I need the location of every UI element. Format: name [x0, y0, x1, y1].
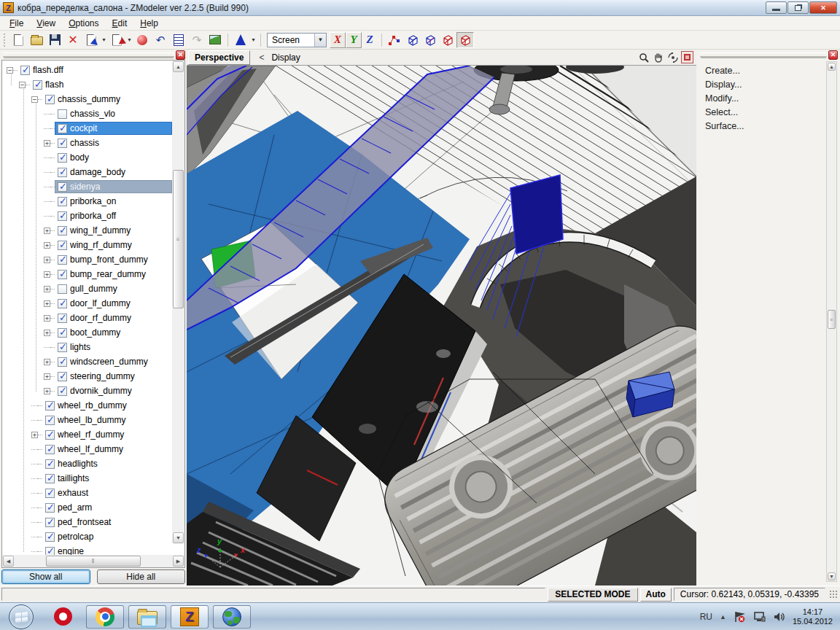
- tree-item-ped_arm[interactable]: ped_arm: [42, 501, 172, 514]
- tree-item-door_rf_dummy[interactable]: door_rf_dummy: [55, 311, 172, 324]
- menu-file[interactable]: File: [3, 17, 30, 30]
- visibility-checkbox[interactable]: [58, 284, 67, 294]
- command-modify[interactable]: Modify...: [704, 92, 791, 106]
- display-tab[interactable]: Display: [271, 52, 300, 63]
- visibility-checkbox[interactable]: [45, 445, 55, 454]
- export-dropdown-icon[interactable]: ▾: [101, 32, 107, 48]
- objects-cube-icon[interactable]: [456, 32, 474, 48]
- expand-icon[interactable]: +: [44, 228, 50, 234]
- visibility-checkbox[interactable]: [33, 80, 42, 90]
- visibility-checkbox[interactable]: [58, 124, 67, 133]
- save-file-icon[interactable]: [46, 32, 63, 48]
- tree-item-taillights[interactable]: taillights: [42, 472, 172, 485]
- tree-item-wheel_rb_dummy[interactable]: wheel_rb_dummy: [42, 399, 172, 412]
- log-icon[interactable]: [170, 32, 187, 48]
- tree-item-flash.dff[interactable]: flash.dff: [18, 63, 172, 77]
- show-all-button[interactable]: Show all: [1, 569, 90, 584]
- tree-item-bump_rear_dummy[interactable]: bump_rear_dummy: [55, 268, 172, 281]
- visibility-checkbox[interactable]: [58, 255, 67, 265]
- pan-hand-icon[interactable]: [652, 51, 664, 63]
- command-surface[interactable]: Surface...: [704, 120, 791, 133]
- expand-icon[interactable]: +: [44, 315, 50, 322]
- tree-item-headlights[interactable]: headlights: [42, 457, 172, 470]
- visibility-checkbox[interactable]: [45, 532, 55, 542]
- tree-item-steering_dummy[interactable]: steering_dummy: [55, 370, 172, 383]
- visibility-checkbox[interactable]: [45, 474, 55, 483]
- visibility-checkbox[interactable]: [58, 182, 67, 192]
- tree-item-wing_rf_dummy[interactable]: wing_rf_dummy: [55, 238, 172, 252]
- auto-mode-button[interactable]: Auto: [640, 588, 672, 602]
- hide-all-button[interactable]: Hide all: [97, 569, 186, 584]
- tree-item-wing_lf_dummy[interactable]: wing_lf_dummy: [55, 224, 172, 237]
- scroll-right-icon[interactable]: ▶: [173, 556, 184, 567]
- visibility-checkbox[interactable]: [58, 109, 67, 119]
- visibility-checkbox[interactable]: [58, 226, 67, 236]
- vertices-cube-icon[interactable]: [421, 32, 439, 48]
- tree-item-flash[interactable]: flash: [30, 78, 172, 91]
- expand-icon[interactable]: +: [44, 330, 50, 336]
- tree-item-dvornik_dummy[interactable]: dvornik_dummy: [55, 384, 172, 397]
- volume-icon[interactable]: [773, 611, 785, 622]
- command-display[interactable]: Display...: [704, 78, 791, 92]
- tree-panel-close-icon[interactable]: ✕: [176, 50, 185, 60]
- chevron-down-icon[interactable]: ▼: [314, 34, 326, 47]
- scroll-down-icon[interactable]: ▼: [173, 532, 184, 543]
- visibility-checkbox[interactable]: [58, 153, 67, 163]
- visibility-checkbox[interactable]: [58, 197, 67, 206]
- commands-panel-close-icon[interactable]: ✕: [828, 50, 838, 60]
- action-center-flag-icon[interactable]: [734, 611, 746, 622]
- scroll-left-icon[interactable]: ◀: [3, 556, 14, 567]
- viewport-3d[interactable]: z y x: [187, 66, 696, 586]
- tree-vscroll-thumb[interactable]: ≡: [173, 170, 184, 308]
- taskbar-app-zmodeler[interactable]: Z: [171, 605, 209, 629]
- open-file-icon[interactable]: [28, 32, 45, 48]
- visibility-checkbox[interactable]: [58, 270, 67, 279]
- view-mode-button[interactable]: Perspective: [188, 50, 250, 65]
- menu-help[interactable]: Help: [133, 17, 165, 30]
- tree-item-lights[interactable]: lights: [55, 341, 172, 354]
- axis-z-button[interactable]: Z: [362, 32, 378, 48]
- taskbar-app-opera[interactable]: [44, 605, 82, 629]
- tree-item-bump_front_dummy[interactable]: bump_front_dummy: [55, 253, 172, 266]
- visibility-checkbox[interactable]: [58, 211, 67, 221]
- tree-item-windscreen_dummy[interactable]: windscreen_dummy: [55, 355, 172, 368]
- visibility-checkbox[interactable]: [58, 314, 67, 323]
- visibility-checkbox[interactable]: [20, 66, 30, 75]
- view-mode-select[interactable]: Screen ▼: [267, 33, 327, 47]
- nav-back-arrow[interactable]: <: [259, 52, 264, 63]
- expand-icon[interactable]: +: [44, 286, 50, 292]
- menu-edit[interactable]: Edit: [106, 17, 134, 30]
- start-button[interactable]: [9, 604, 34, 629]
- import-icon[interactable]: [108, 32, 125, 48]
- zoom-icon[interactable]: [637, 51, 650, 63]
- expand-icon[interactable]: +: [44, 359, 50, 365]
- command-create[interactable]: Create...: [704, 64, 791, 78]
- visibility-checkbox[interactable]: [58, 343, 67, 352]
- visibility-checkbox[interactable]: [58, 328, 67, 338]
- tree-item-chassis_vlo[interactable]: chassis_vlo: [55, 107, 172, 120]
- axis-x-button[interactable]: X: [330, 32, 346, 48]
- commands-scroll-thumb[interactable]: ≡: [828, 310, 836, 329]
- tree-item-cockpit[interactable]: cockpit: [55, 122, 172, 135]
- expand-icon[interactable]: +: [44, 373, 50, 380]
- orbit-icon[interactable]: [666, 51, 679, 63]
- new-file-icon[interactable]: [9, 32, 27, 48]
- import-dropdown-icon[interactable]: ▾: [126, 32, 133, 48]
- selected-mode-indicator[interactable]: SELECTED MODE: [548, 588, 637, 602]
- visibility-checkbox[interactable]: [45, 459, 55, 469]
- tree-item-petrolcap[interactable]: petrolcap: [42, 530, 172, 543]
- tree-item-chassis_dummy[interactable]: chassis_dummy: [42, 93, 172, 106]
- tree-item-exhaust[interactable]: exhaust: [42, 486, 172, 499]
- render-icon[interactable]: [206, 32, 224, 48]
- expand-icon[interactable]: +: [44, 242, 50, 249]
- tree-item-wheel_rf_dummy[interactable]: wheel_rf_dummy: [42, 428, 172, 441]
- collapse-icon[interactable]: −: [31, 96, 38, 103]
- visibility-checkbox[interactable]: [45, 489, 55, 498]
- undo-icon[interactable]: ↶: [152, 32, 169, 48]
- visibility-checkbox[interactable]: [45, 416, 55, 425]
- material-cone-icon[interactable]: [232, 32, 249, 48]
- tree-item-ped_frontseat[interactable]: ped_frontseat: [42, 516, 172, 529]
- visibility-checkbox[interactable]: [58, 372, 67, 381]
- visibility-checkbox[interactable]: [45, 95, 55, 104]
- resize-grip[interactable]: [829, 590, 839, 599]
